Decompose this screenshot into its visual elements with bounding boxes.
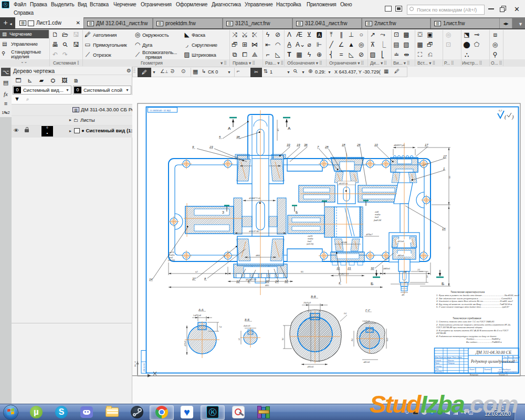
svg-text:4. Работочная температура на: 4. Работочная температура нагрудка на ба… xyxy=(436,335,497,338)
svg-text:Иванов: Иванов xyxy=(448,360,454,362)
svg-text:Y: Y xyxy=(134,361,136,364)
svg-text:19: 19 xyxy=(297,143,300,146)
svg-text:β=8°26': β=8°26' xyxy=(373,219,382,222)
svg-text:⌀70к7: ⌀70к7 xyxy=(366,233,373,236)
svg-text:⌀55к6: ⌀55к6 xyxy=(397,240,404,243)
svg-text:к2: к2 xyxy=(404,281,407,284)
svg-text:ГОСТ 20799-88 при позанов вт: ГОСТ 20799-88 при позанов вталой сборки. xyxy=(436,326,483,329)
svg-text:Петров: Петров xyxy=(448,362,455,364)
svg-text:7⌀: 7⌀ xyxy=(219,326,222,328)
svg-text:4. Кру тящ об момент на тье: 4. Кру тящ об момент на тьедбе вм Вяку……… xyxy=(436,303,512,306)
svg-text:Вы гибочн…………..……Р=6600 в: Вы гибочн…………..……Р=6600 в xyxy=(466,341,502,343)
svg-text:15: 15 xyxy=(442,227,446,230)
svg-text:А: А xyxy=(288,126,291,131)
svg-text:12х8/н9: 12х8/н9 xyxy=(362,320,370,322)
svg-text:Δ: Δ xyxy=(134,364,136,367)
svg-text:⌀66: ⌀66 xyxy=(256,254,260,257)
svg-text:95: 95 xyxy=(448,176,451,179)
svg-text:⌀2⌀6: ⌀2⌀6 xyxy=(341,241,348,244)
svg-text:(к): (к) xyxy=(344,312,346,314)
svg-text:Технические требования: Технические требования xyxy=(453,317,481,320)
svg-text:Знобыч………………..….N=600 у: Знобыч………………..….N=600 у xyxy=(466,338,501,340)
svg-text:5. У совд плавне помещин вто: 5. У совд плавне помещин вто бабое бтя……… xyxy=(436,306,509,308)
svg-text:32: 32 xyxy=(371,267,374,270)
svg-text:Изм Лист № докум. Подп. Дата: Изм Лист № докум. Подп. Дата xyxy=(435,356,463,359)
svg-text:2. Зве обстоянное число реду: 2. Зве обстоянное число редукторов в…………… xyxy=(436,297,512,300)
svg-text:20799-88.: 20799-88. xyxy=(436,332,446,334)
svg-text:38: 38 xyxy=(236,135,240,139)
svg-text:31.00DE40=!Е МД: 31.00DE40=!Е МД xyxy=(150,109,171,112)
svg-text:Утв.: Утв. xyxy=(435,368,439,370)
svg-text:Г-Г: Г-Г xyxy=(365,309,370,312)
svg-text:24: 24 xyxy=(275,280,279,283)
svg-text:36: 36 xyxy=(304,143,308,146)
svg-text:⌀96/к6: ⌀96/к6 xyxy=(307,365,314,368)
svg-text:Б: Б xyxy=(296,211,298,214)
svg-text:А: А xyxy=(228,126,231,131)
svg-text:): ) xyxy=(511,114,514,120)
svg-text:ДМ 311-04.30.00 СБ: ДМ 311-04.30.00 СБ xyxy=(475,350,511,355)
svg-text:75: 75 xyxy=(448,247,451,250)
svg-text:Пров.: Пров. xyxy=(435,362,440,364)
svg-text:18: 18 xyxy=(342,143,345,146)
svg-text:11: 11 xyxy=(337,267,340,270)
svg-text:31: 31 xyxy=(285,280,288,283)
svg-text:12: 12 xyxy=(236,280,240,283)
svg-text:22: 22 xyxy=(417,268,421,271)
svg-text:1. Фрик вто в размен по /водба: 1. Фрик вто в размен по /водба что бтоке… xyxy=(436,294,520,297)
svg-text:37: 37 xyxy=(192,277,196,280)
svg-text:З: З xyxy=(222,211,224,214)
svg-text:Б-Б: Б-Б xyxy=(244,318,250,321)
svg-text:Копировал: Копировал xyxy=(469,374,478,376)
svg-text:⌀56к6: ⌀56к6 xyxy=(184,340,186,346)
svg-text:27: 27 xyxy=(443,155,447,158)
svg-text:66: 66 xyxy=(404,270,407,273)
svg-text:21: 21 xyxy=(347,267,351,270)
svg-text:⌀148Г7/s6: ⌀148Г7/s6 xyxy=(249,197,260,200)
svg-text:А-А: А-А xyxy=(198,308,204,311)
svg-text:26х9/н9: 26х9/н9 xyxy=(303,301,311,304)
svg-text:Н.контр.: Н.контр. xyxy=(435,371,443,373)
svg-text:20: 20 xyxy=(265,280,269,283)
svg-text:3. В редукто ер залить матл: 3. В редукто ер залить матла И-Г-А-32 В … xyxy=(436,329,509,332)
svg-text:⌀60Н7/р6: ⌀60Н7/р6 xyxy=(394,144,405,146)
svg-text:1: 1 xyxy=(443,167,445,170)
svg-text:33: 33 xyxy=(287,143,290,146)
svg-text:Б: Б xyxy=(371,281,373,286)
svg-text:⌀45/к6: ⌀45/к6 xyxy=(363,361,370,363)
svg-text:4⌀: 4⌀ xyxy=(351,339,353,341)
svg-text:405: 405 xyxy=(265,284,269,287)
svg-text:4⌀5/н9: 4⌀5/н9 xyxy=(244,324,250,327)
svg-text:1:1: 1:1 xyxy=(514,359,517,362)
svg-text:17: 17 xyxy=(425,143,428,146)
svg-text:26: 26 xyxy=(356,143,361,146)
svg-text:(к9.15): (к9.15) xyxy=(168,259,175,261)
svg-text:23: 23 xyxy=(209,145,213,149)
svg-text:к2: к2 xyxy=(195,270,198,273)
svg-text:2. Зазончатась редльние пакр: 2. Зазончатась редльние пакрыв ь величат… xyxy=(436,323,511,326)
svg-text:Лист 1: Лист 1 xyxy=(469,369,476,371)
svg-text:Техническая характеристика: Техническая характеристика xyxy=(450,291,485,293)
svg-text:1. Степень помнло что наза бе: 1. Степень помнло что наза бее 7-С по ГО… xyxy=(436,320,495,323)
svg-text:Б: Б xyxy=(442,281,444,286)
svg-text:Лит. Масса Масштаб: Лит. Масса Масштаб xyxy=(503,356,520,359)
svg-text:⌀162Г/45: ⌀162Г/45 xyxy=(249,230,259,233)
svg-text:b=1: b=1 xyxy=(375,216,379,218)
svg-text:Листов 1: Листов 1 xyxy=(484,369,492,371)
svg-text:Разраб.: Разраб. xyxy=(435,360,442,362)
svg-text:В-В: В-В xyxy=(311,295,316,298)
svg-text:45: 45 xyxy=(277,129,279,132)
svg-text:ДМ 311-04: ДМ 311-04 xyxy=(143,363,145,372)
svg-text:Формат А1: Формат А1 xyxy=(499,374,508,376)
svg-text:⌀45к6: ⌀45к6 xyxy=(397,254,404,257)
svg-text:28: 28 xyxy=(324,145,329,149)
svg-text:65: 65 xyxy=(301,270,304,273)
svg-text:3. Частоте в брась вмея Вых о: 3. Частоте в брась вмея Вых обнадо Ве па… xyxy=(436,300,513,302)
svg-text:Редуктор цилиндрический: Редуктор цилиндрический xyxy=(470,359,515,364)
svg-text:⌀40х6: ⌀40х6 xyxy=(383,267,390,270)
svg-text:(к9.15): (к9.15) xyxy=(307,243,314,245)
svg-text:6к9: 6к9 xyxy=(386,338,388,341)
svg-text:Т.контр.: Т.контр. xyxy=(435,365,443,368)
svg-text:⌀5: ⌀5 xyxy=(402,293,405,296)
svg-text:14: 14 xyxy=(426,276,428,279)
